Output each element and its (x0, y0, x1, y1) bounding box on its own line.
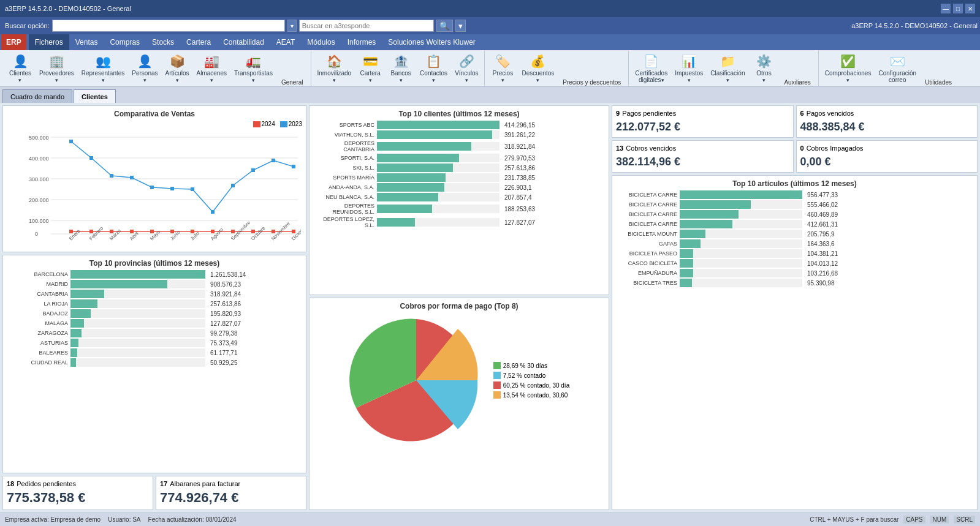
toolbar-comprobaciones[interactable]: ✅ Comprobaciones▾ (821, 51, 875, 86)
pedidos-label: Pedidos pendientes (17, 480, 76, 487)
personas-icon: 👤 (137, 54, 153, 69)
toolbar-impuestos[interactable]: 📊 Impuestos▾ (671, 51, 707, 86)
toolbar-bancos[interactable]: 🏦 Bancos▾ (386, 51, 416, 86)
svg-text:Febrero: Febrero (88, 225, 105, 242)
menu-ficheros[interactable]: Ficheros (29, 34, 69, 50)
tab-cuadro-mando[interactable]: Cuadro de mando (2, 89, 72, 103)
top10-clientes-title: Top 10 clientes (últimos 12 meses) (313, 110, 605, 118)
col-mid: Top 10 clientes (últimos 12 meses) SPORT… (309, 105, 609, 510)
status-right: CTRL + MAYUS + F para buscar CAPS NUM SC… (810, 516, 975, 524)
svg-text:100.000: 100.000 (29, 218, 49, 224)
pedidos-pendientes-card: 18 Pedidos pendientes 775.378,58 € (2, 476, 153, 510)
caps-key: CAPS (903, 516, 925, 524)
status-usuario: Usuario: SA (108, 516, 140, 523)
toolbar: 👤 Clientes▾ 🏢 Proveedores▾ 👥 Representan… (0, 50, 980, 87)
list-item: ZARAGOZA99.279,38 (7, 329, 302, 337)
toolbar-precios[interactable]: 🏷️ Precios▾ (487, 51, 518, 86)
list-item: BICICLETA CARRE555.466,02 (616, 200, 973, 209)
toolbar-articulos[interactable]: 📦 Artículos▾ (162, 51, 193, 86)
articulos-bar-chart: BICICLETA CARRE956.477,33BICICLETA CARRE… (616, 190, 973, 287)
menu-contabilidad[interactable]: Contabilidad (217, 34, 270, 50)
a3responde-dropdown-button[interactable]: ▾ (455, 20, 466, 32)
orders-grid: 18 Pedidos pendientes 775.378,58 € 17 Al… (2, 476, 306, 510)
toolbar-personas[interactable]: 👤 Personas▾ (128, 51, 161, 86)
toolbar-almacenes[interactable]: 🏭 Almacenes▾ (192, 51, 230, 86)
list-item: SPORTS MARÍA231.738,85 (313, 173, 605, 182)
payments-grid: 9 Pagos pendientes 212.077,52 € 6 Pagos … (612, 105, 978, 173)
toolbar-section-general: 👤 Clientes▾ 🏢 Proveedores▾ 👥 Representan… (2, 50, 311, 87)
maximize-button[interactable]: □ (953, 4, 963, 13)
correo-icon: ✉️ (890, 54, 905, 69)
pagos-vencidos-count: 6 (800, 110, 804, 117)
cartera-icon: 💳 (363, 54, 378, 69)
pie-container: 28,69 % 30 días7,52 % contado60,25 % con… (313, 313, 605, 448)
title-bar: a3ERP 14.5.2.0 - DEMO140502 - General — … (0, 0, 980, 17)
comprobaciones-icon: ✅ (840, 54, 856, 69)
pedidos-count: 18 (7, 480, 14, 487)
pagos-pendientes-amount: 212.077,52 € (616, 121, 789, 133)
list-item: DEPORTES REUNIDOS, S.L.188.253,63 (313, 203, 605, 215)
contactos-icon: 📋 (426, 54, 441, 69)
cobros-impagados-card: 0 Cobros Impagados 0,00 € (796, 140, 978, 173)
cobros-vencidos-count: 13 (616, 145, 623, 152)
pedidos-amount: 775.378,58 € (7, 490, 149, 506)
toolbar-cartera[interactable]: 💳 Cartera▾ (355, 51, 386, 86)
clasificacion-icon: 📁 (720, 54, 735, 69)
svg-rect-19 (211, 210, 215, 214)
tabs-bar: Cuadro de mando Clientes (0, 87, 980, 103)
search-option-input[interactable] (52, 20, 285, 32)
close-button[interactable]: ✕ (965, 4, 975, 13)
toolbar-section-utilidades: ✅ Comprobaciones▾ ✉️ Configuracióncorreo… (819, 50, 959, 87)
list-item: BARCELONA1.261.538,14 (7, 270, 302, 279)
toolbar-clientes[interactable]: 👤 Clientes▾ (5, 51, 36, 86)
a3responde-search-button[interactable]: 🔍 (436, 20, 453, 32)
toolbar-transportistas[interactable]: 🚛 Transportistas▾ (230, 51, 276, 86)
albaranes-label: Albaranes para facturar (170, 480, 240, 487)
toolbar-otros[interactable]: ⚙️ Otros▾ (748, 51, 779, 86)
transportistas-icon: 🚛 (246, 54, 261, 69)
search-dropdown-button[interactable]: ▾ (287, 20, 297, 32)
list-item: SPORTI, S.A.279.970,53 (313, 154, 605, 162)
menu-informes[interactable]: Informes (341, 34, 382, 50)
toolbar-configuracion-correo[interactable]: ✉️ Configuracióncorreo (875, 51, 920, 86)
legend-item: 13,54 % contado, 30,60 (493, 391, 569, 399)
toolbar-contactos[interactable]: 📋 Contactos▾ (416, 51, 451, 86)
menu-aeat[interactable]: AEAT (270, 34, 301, 50)
svg-text:500.000: 500.000 (29, 135, 49, 141)
menu-compras[interactable]: Compras (104, 34, 146, 50)
a3responde-search-input[interactable] (299, 20, 434, 32)
toolbar-descuentos[interactable]: 💰 Descuentos▾ (518, 51, 558, 86)
toolbar-inmovilizado[interactable]: 🏠 Inmovilizado▾ (314, 51, 355, 86)
toolbar-section-auxiliares: 📄 Certificadosdigitales▾ 📊 Impuestos▾ 📁 … (629, 50, 818, 87)
tab-clientes[interactable]: Clientes (74, 89, 116, 103)
inmovilizado-icon: 🏠 (327, 54, 342, 69)
erp-button[interactable]: ERP (1, 34, 26, 50)
vinculos-icon: 🔗 (459, 54, 474, 69)
menu-ventas[interactable]: Ventas (69, 34, 104, 50)
toolbar-proveedores[interactable]: 🏢 Proveedores▾ (36, 51, 78, 86)
section-label-auxiliares: Auxiliares (779, 78, 815, 87)
menu-cartera[interactable]: Cartera (180, 34, 217, 50)
minimize-button[interactable]: — (941, 4, 951, 13)
albaranes-card: 17 Albaranes para facturar 774.926,74 € (156, 476, 306, 510)
toolbar-representantes[interactable]: 👥 Representantes▾ (78, 51, 129, 86)
col-left: Comparativa de Ventas 2024 2023 500.000 … (2, 105, 306, 510)
menu-modulos[interactable]: Módulos (301, 34, 341, 50)
toolbar-vinculos[interactable]: 🔗 Vínculos▾ (451, 51, 482, 86)
toolbar-certificados[interactable]: 📄 Certificadosdigitales▾ (631, 51, 671, 86)
menu-soluciones[interactable]: Soluciones Wolters Kluwer (382, 34, 482, 50)
list-item: ANDA-ANDA, S.A.226.903,1 (313, 183, 605, 192)
clientes-bar-chart: SPORTS ABC414.296,15VIATHLON, S.L.391.26… (313, 121, 605, 228)
status-shortcut: CTRL + MAYUS + F para buscar (810, 516, 898, 523)
menu-stocks[interactable]: Stocks (146, 34, 180, 50)
svg-rect-21 (251, 168, 255, 172)
status-empresa: Empresa activa: Empresa de demo (5, 516, 101, 523)
list-item: ASTURIAS75.373,49 (7, 339, 302, 347)
impuestos-icon: 📊 (682, 54, 697, 69)
list-item: BADAJOZ195.820,93 (7, 309, 302, 318)
representantes-icon: 👥 (96, 54, 111, 69)
otros-icon: ⚙️ (756, 54, 772, 69)
list-item: NEU BLANCA, S.A.207.857,4 (313, 193, 605, 201)
legend-item: 7,52 % contado (493, 372, 569, 379)
toolbar-clasificacion[interactable]: 📁 Clasificación▾ (707, 51, 748, 86)
